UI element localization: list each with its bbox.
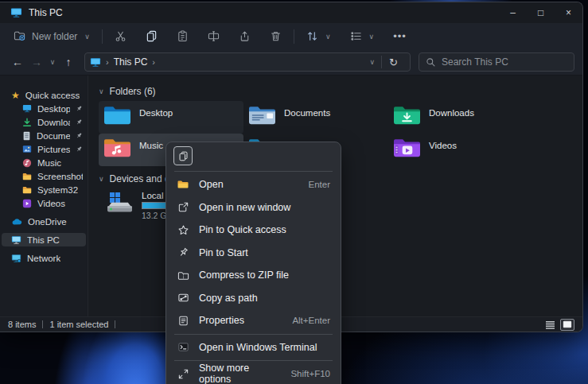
paste-icon (177, 30, 189, 42)
up-button[interactable]: ↑ (59, 56, 78, 68)
search-box[interactable] (419, 52, 574, 72)
menu-item-pin-start[interactable]: Pin to Start (166, 242, 341, 265)
menu-item-open-windows-terminal[interactable]: Open in Windows Terminal (166, 336, 341, 359)
desktop-folder-icon (103, 104, 131, 126)
cut-button[interactable] (111, 27, 130, 45)
videos-icon (22, 199, 32, 208)
star-icon: ★ (11, 91, 20, 100)
sort-icon (306, 30, 318, 42)
sidebar-item-onedrive[interactable]: OneDrive (2, 215, 86, 228)
sidebar-item-pictures[interactable]: Pictures (2, 142, 86, 156)
folder-icon (22, 186, 32, 194)
downloads-icon (22, 118, 32, 127)
chevron-down-icon: ∨ (99, 87, 104, 95)
view-icon (350, 30, 362, 42)
sidebar-item-documents[interactable]: Documents (2, 129, 86, 142)
pin-start-pushpin-icon (177, 246, 189, 259)
menu-separator (174, 360, 333, 361)
folder-tile-documents[interactable]: Documents (243, 101, 388, 134)
share-button[interactable] (235, 27, 255, 45)
open-new-window-icon (177, 201, 189, 214)
view-button[interactable]: ∨ (346, 27, 379, 45)
pin-icon (76, 132, 83, 139)
recent-locations-button[interactable]: ∨ (46, 58, 59, 66)
breadcrumb-this-pc[interactable]: This PC (114, 56, 148, 68)
sidebar-item-downloads[interactable]: Downloads (2, 115, 86, 129)
delete-button[interactable] (266, 27, 286, 45)
new-folder-label: New folder (32, 31, 77, 42)
this-pc-icon (90, 57, 101, 68)
address-dropdown-button[interactable]: ∨ (364, 58, 382, 66)
pin-quick-access-star-icon (177, 223, 189, 236)
context-menu: Open Enter Open in new window Pin to Qui… (165, 142, 341, 384)
sidebar: ★ Quick access Desktop Downloads Documen… (0, 76, 88, 316)
onedrive-cloud-icon (11, 218, 22, 226)
menu-item-pin-quick-access[interactable]: Pin to Quick access (166, 219, 341, 242)
menu-item-open-new-window[interactable]: Open in new window (166, 196, 341, 219)
sidebar-item-desktop[interactable]: Desktop (2, 102, 86, 115)
forward-button[interactable]: → (27, 56, 46, 68)
copy-button[interactable] (142, 27, 162, 45)
menu-item-open[interactable]: Open Enter (166, 173, 341, 196)
details-view-button[interactable] (543, 319, 557, 331)
paste-button[interactable] (173, 27, 193, 45)
search-input[interactable] (442, 56, 567, 68)
pictures-icon (22, 145, 32, 153)
chevron-down-icon: ∨ (84, 33, 90, 41)
sort-button[interactable]: ∨ (302, 27, 335, 45)
window-title: This PC (29, 7, 63, 18)
sidebar-item-videos[interactable]: Videos (2, 196, 86, 210)
toolbar-divider (294, 29, 294, 44)
selected-count: 1 item selected (49, 320, 108, 329)
sidebar-item-network[interactable]: Network (2, 251, 86, 265)
hard-drive-icon (103, 191, 135, 215)
maximize-button[interactable]: □ (527, 2, 555, 23)
breadcrumb-chevron-icon: › (152, 57, 155, 67)
back-button[interactable]: ← (8, 56, 27, 68)
menu-item-compress-zip[interactable]: Compress to ZIP file (166, 264, 341, 287)
folders-section-header[interactable]: ∨ Folders (6) (99, 86, 582, 97)
close-button[interactable]: × (555, 2, 582, 23)
desktop: This PC – □ × New folder ∨ (0, 0, 588, 384)
breadcrumb-chevron-icon: › (106, 57, 109, 67)
titlebar[interactable]: This PC – □ × (0, 2, 582, 23)
refresh-button[interactable]: ↻ (382, 56, 405, 68)
documents-icon (22, 131, 31, 141)
more-icon: ••• (393, 30, 407, 42)
sidebar-item-music[interactable]: Music (2, 156, 86, 169)
folder-tile-videos[interactable]: Videos (388, 134, 533, 166)
cut-icon (115, 30, 127, 42)
delete-icon (270, 30, 282, 42)
chevron-down-icon: ∨ (369, 33, 375, 41)
sidebar-item-system32[interactable]: System32 (2, 183, 86, 196)
status-divider (42, 320, 43, 328)
navigation-bar: ← → ∨ ↑ › This PC › ∨ ↻ (0, 49, 582, 76)
sidebar-item-this-pc[interactable]: This PC (2, 233, 86, 246)
menu-item-properties[interactable]: Properties Alt+Enter (166, 309, 341, 332)
new-folder-button[interactable]: New folder ∨ (10, 27, 94, 45)
zip-folder-icon (177, 269, 189, 281)
rename-button[interactable] (204, 27, 224, 45)
folder-tile-desktop[interactable]: Desktop (99, 101, 243, 134)
rename-icon (208, 30, 220, 42)
network-icon (11, 254, 21, 263)
items-count: 8 items (8, 320, 36, 329)
minimize-button[interactable]: – (499, 2, 527, 23)
copy-icon (178, 151, 189, 161)
chevron-down-icon: ∨ (99, 175, 104, 183)
downloads-folder-icon (393, 104, 421, 126)
search-icon (426, 57, 436, 68)
folder-tile-downloads[interactable]: Downloads (388, 101, 533, 134)
menu-item-show-more-options[interactable]: Show more options Shift+F10 (166, 363, 341, 384)
sidebar-item-screenshots[interactable]: Screenshots (2, 169, 86, 183)
chevron-down-icon: ∨ (325, 33, 331, 41)
menu-item-copy-as-path[interactable]: Copy as path (166, 287, 341, 310)
status-divider (115, 320, 115, 328)
copy-quick-action-button[interactable] (173, 146, 193, 165)
sidebar-item-quick-access[interactable]: ★ Quick access (2, 88, 86, 102)
menu-separator (174, 334, 333, 335)
see-more-button[interactable]: ••• (389, 27, 411, 45)
documents-folder-icon (248, 104, 276, 126)
address-bar[interactable]: › This PC › ∨ ↻ (84, 52, 411, 72)
large-icons-view-button[interactable] (560, 319, 574, 331)
